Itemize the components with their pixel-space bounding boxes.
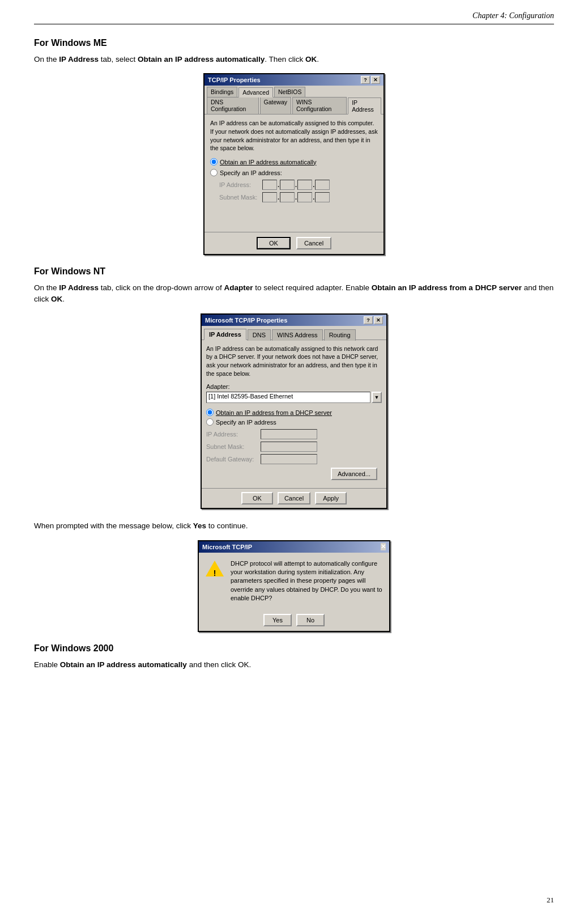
me-dialog-title-buttons: ? ✕ [361, 76, 380, 84]
tab-netbios[interactable]: NetBIOS [274, 87, 305, 97]
ms-tcpip-screenshot-container: Microsoft TCP/IP ✕ ! DHCP protocol will … [34, 540, 554, 633]
nt-help-button[interactable]: ? [364, 316, 373, 324]
subnet-seg2[interactable] [280, 192, 295, 202]
me-subnet-row: Subnet Mask: . . . [219, 192, 378, 202]
tab-wins-config[interactable]: WINS Configuration [292, 97, 347, 114]
ip-seg3[interactable] [297, 180, 312, 190]
nt-subnet-row: Subnet Mask: [206, 442, 382, 452]
me-radio-specify[interactable]: Specify an IP address: [210, 169, 378, 176]
nt-tab-dns[interactable]: DNS [248, 329, 271, 341]
body-text-nt: On the IP Address tab, click on the drop… [34, 282, 554, 306]
tab-bindings[interactable]: Bindings [207, 87, 237, 97]
me-spacer [210, 205, 378, 227]
ip-dot2: . [295, 181, 297, 188]
me-subnet-input: . . . [262, 192, 330, 202]
help-button[interactable]: ? [361, 76, 370, 84]
nt-tab-routing[interactable]: Routing [324, 329, 356, 341]
ms-yes-button[interactable]: Yes [263, 614, 292, 626]
bold-ok-nt: OK [51, 295, 62, 303]
close-button[interactable]: ✕ [371, 76, 380, 84]
section-windows-me: For Windows ME On the IP Address tab, se… [34, 38, 554, 255]
heading-windows-nt: For Windows NT [34, 266, 554, 277]
nt-dialog-buttons: OK Cancel Apply [202, 488, 386, 508]
me-dialog-titlebar: TCP/IP Properties ? ✕ [204, 74, 384, 86]
nt-tabs-row: IP Address DNS WINS Address Routing [202, 328, 386, 340]
tab-advanced[interactable]: Advanced [238, 87, 273, 97]
subnet-dot1: . [278, 194, 279, 201]
ip-dot1: . [278, 181, 279, 188]
nt-ip-label: IP Address: [206, 431, 257, 438]
subnet-seg1[interactable] [262, 192, 277, 202]
me-ok-button[interactable]: OK [257, 237, 291, 249]
me-tabs-row2: DNS Configuration Gateway WINS Configura… [204, 97, 384, 114]
nt-dialog-content: An IP address can be automatically assig… [202, 340, 386, 489]
nt-ok-button[interactable]: OK [241, 492, 273, 504]
nt-advanced-btn-row: Advanced... [206, 468, 382, 480]
me-cancel-button[interactable]: Cancel [296, 237, 331, 249]
me-dialog-content: An IP address can be automatically assig… [204, 114, 384, 232]
me-ip-address-row: IP Address: . . . [219, 180, 378, 190]
me-radio-auto-input[interactable] [210, 158, 218, 166]
nt-close-button[interactable]: ✕ [374, 316, 383, 324]
tab-dns-config[interactable]: DNS Configuration [207, 97, 259, 114]
ms-tcpip-title: Microsoft TCP/IP [202, 544, 252, 550]
nt-cancel-button[interactable]: Cancel [278, 492, 310, 504]
body-text-nt-prompt: When prompted with the message below, cl… [34, 520, 554, 532]
nt-radio-dhcp[interactable]: Obtain an IP address from a DHCP server [206, 409, 382, 416]
ip-dot3: . [313, 181, 314, 188]
me-info-text: An IP address can be automatically assig… [210, 119, 378, 152]
nt-ip-input[interactable] [261, 429, 317, 439]
tab-gateway[interactable]: Gateway [260, 97, 291, 114]
nt-tab-ip[interactable]: IP Address [204, 329, 246, 340]
bold-ok: OK [305, 55, 317, 63]
me-dialog-buttons: OK Cancel [204, 232, 384, 254]
nt-gateway-row: Default Gateway: [206, 454, 382, 464]
nt-subnet-input[interactable] [261, 442, 317, 452]
me-ip-fields: IP Address: . . . Subnet Mask: [210, 180, 378, 202]
nt-adapter-dropdown[interactable]: [1] Intel 82595-Based Ethernet ▼ [206, 392, 382, 403]
bold-obtain-auto-2000: Obtain an IP address automatically [60, 660, 187, 669]
subnet-seg4[interactable] [315, 192, 330, 202]
nt-tab-wins[interactable]: WINS Address [272, 329, 323, 341]
me-ip-input: . . . [262, 180, 330, 190]
page-header: Chapter 4: Configuration [34, 11, 554, 24]
heading-windows-2000: For Windows 2000 [34, 643, 554, 654]
bold-yes: Yes [193, 521, 206, 530]
nt-dialog: Microsoft TCP/IP Properties ? ✕ IP Addre… [201, 313, 387, 510]
nt-adapter-value[interactable]: [1] Intel 82595-Based Ethernet [206, 392, 370, 403]
me-radio-auto[interactable]: Obtain an IP address automatically [210, 158, 378, 166]
ms-tcpip-titlebar: Microsoft TCP/IP ✕ [199, 541, 389, 553]
ip-seg4[interactable] [315, 180, 330, 190]
ip-seg1[interactable] [262, 180, 277, 190]
nt-gateway-input[interactable] [261, 454, 317, 464]
nt-advanced-button[interactable]: Advanced... [331, 468, 377, 480]
nt-radio-dhcp-label: Obtain an IP address from a DHCP server [216, 409, 332, 416]
body-text-me: On the IP Address tab, select Obtain an … [34, 54, 554, 65]
nt-radio-dhcp-input[interactable] [206, 409, 214, 416]
nt-ip-row: IP Address: [206, 429, 382, 439]
ms-tcpip-content: ! DHCP protocol will attempt to automati… [199, 553, 389, 610]
tab-ip-address[interactable]: IP Address [348, 97, 381, 114]
ip-seg2[interactable] [280, 180, 295, 190]
ms-tcpip-close-btn[interactable]: ✕ [381, 543, 386, 550]
bold-obtain-auto: Obtain an IP address automatically [138, 55, 265, 63]
nt-radio-specify-input[interactable] [206, 418, 214, 426]
bold-ip-address: IP Address [59, 55, 99, 63]
ms-tcpip-buttons: Yes No [199, 609, 389, 631]
nt-dropdown-arrow[interactable]: ▼ [372, 392, 382, 403]
me-dialog: TCP/IP Properties ? ✕ Bindings Advanced … [203, 73, 385, 255]
page-number: 21 [547, 896, 554, 904]
me-radio-specify-input[interactable] [210, 169, 218, 176]
chapter-title: Chapter 4: Configuration [472, 11, 554, 20]
me-radio-specify-label: Specify an IP address: [220, 169, 282, 176]
ms-no-button[interactable]: No [296, 614, 325, 626]
me-radio-auto-label: Obtain an IP address automatically [220, 159, 316, 166]
section-windows-nt: For Windows NT On the IP Address tab, cl… [34, 266, 554, 509]
bold-ip-address-nt: IP Address [59, 283, 99, 292]
nt-radio-specify[interactable]: Specify an IP address [206, 418, 382, 426]
nt-gateway-label: Default Gateway: [206, 456, 257, 463]
subnet-seg3[interactable] [297, 192, 312, 202]
subnet-dot2: . [295, 194, 297, 201]
nt-apply-button[interactable]: Apply [315, 492, 347, 504]
nt-dialog-title: Microsoft TCP/IP Properties [205, 317, 287, 324]
